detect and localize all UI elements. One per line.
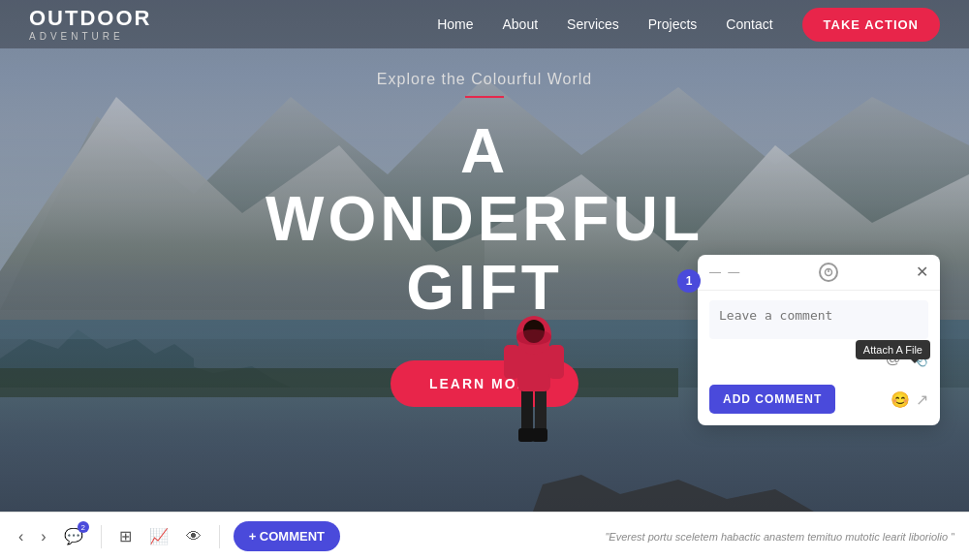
- popup-footer: ADD COMMENT 😊 ↗: [698, 377, 940, 425]
- toolbar-analytics-button[interactable]: 📈: [145, 523, 172, 549]
- take-action-button[interactable]: TAKE ACTION: [802, 8, 940, 42]
- svg-point-19: [516, 329, 551, 345]
- hero-content: Explore the Colourful World A WONDERFUL …: [242, 71, 727, 407]
- footer-icons: 😊 ↗: [891, 390, 928, 409]
- hero-figure: [494, 285, 572, 453]
- toolbar-footer-text: "Everest portu sceletem habactic anastem…: [605, 531, 954, 543]
- svg-rect-15: [504, 345, 519, 379]
- hero-divider: [465, 96, 504, 98]
- nav-projects[interactable]: Projects: [648, 16, 698, 32]
- toolbar-divider-2: [219, 525, 220, 548]
- popup-body: @ 📎 Attach A File: [698, 291, 940, 377]
- nav-services[interactable]: Services: [567, 16, 619, 32]
- toolbar-comment-badge: 💬 2: [60, 523, 87, 549]
- toolbar-forward-button[interactable]: ›: [37, 524, 49, 549]
- hero-subtitle: Explore the Colourful World: [242, 71, 727, 88]
- popup-header: — — ✕: [698, 255, 940, 291]
- comment-input[interactable]: [709, 300, 928, 339]
- attach-tooltip: Attach A File: [856, 340, 930, 359]
- add-comment-button[interactable]: ADD COMMENT: [709, 385, 835, 414]
- svg-rect-13: [532, 428, 547, 442]
- popup-close-button[interactable]: ✕: [916, 264, 928, 280]
- brand-outdoor: OUTDOOR: [29, 7, 151, 30]
- comment-popup: — — ✕ @ 📎 Attach A File ADD COMMENT 😊 ↗: [698, 255, 940, 425]
- toolbar-back-button[interactable]: ‹: [15, 524, 27, 549]
- nav-contact[interactable]: Contact: [726, 16, 772, 32]
- toolbar-divider: [101, 525, 102, 548]
- popup-drag-handle: — —: [709, 265, 741, 279]
- popup-circle-icon: [819, 263, 838, 282]
- logo: OUTDOOR ADVENTURE: [29, 7, 151, 41]
- svg-rect-12: [518, 428, 534, 442]
- emoji-icon-button[interactable]: 😊: [891, 390, 910, 409]
- hero-title: A WONDERFUL GIFT: [242, 117, 727, 322]
- comment-count: 1: [686, 274, 693, 288]
- share-icon-button[interactable]: ↗: [916, 390, 928, 409]
- bottom-toolbar: ‹ › 💬 2 ⊞ 📈 👁 + COMMENT "Everest portu s…: [0, 512, 969, 560]
- comment-action-button[interactable]: + COMMENT: [234, 521, 340, 551]
- nav-home[interactable]: Home: [437, 16, 473, 32]
- nav-links: Home About Services Projects Contact TAK…: [437, 8, 940, 42]
- toolbar-badge-dot: 2: [78, 521, 89, 533]
- comment-badge: 1: [677, 269, 701, 293]
- nav-about[interactable]: About: [503, 16, 539, 32]
- svg-rect-16: [548, 345, 564, 379]
- toolbar-view-button[interactable]: 👁: [182, 524, 205, 549]
- navbar: OUTDOOR ADVENTURE Home About Services Pr…: [0, 0, 969, 48]
- toolbar-grid-button[interactable]: ⊞: [115, 523, 136, 549]
- brand-adventure: ADVENTURE: [29, 31, 151, 42]
